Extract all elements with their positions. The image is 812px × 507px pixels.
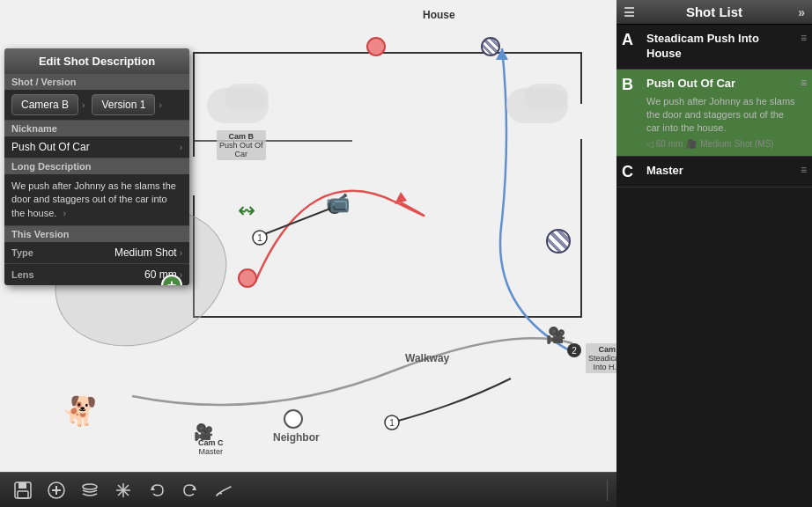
cloud-2b: [524, 84, 568, 110]
shot-b-meta: ◁ 60 mm 🎥 Medium Shot (MS): [646, 139, 797, 149]
shot-b-lens: ◁ 60 mm: [646, 139, 683, 149]
steadicam-label: Cam Steadicam Into H...: [586, 343, 616, 373]
shot-a-title: Steadicam Push Into House: [646, 32, 797, 62]
shot-c-letter: C: [622, 164, 641, 180]
nickname-section-label: Nickname: [4, 121, 189, 136]
type-chevron: ›: [180, 248, 182, 258]
shotlist-panel: ☰ Shot List » A Steadicam Push Into Hous…: [616, 0, 812, 507]
svg-rect-7: [577, 104, 587, 139]
johnny-marker: [238, 268, 257, 288]
svg-point-25: [83, 484, 97, 489]
save-button[interactable]: [7, 474, 39, 506]
svg-rect-21: [18, 491, 28, 498]
list-icon: ☰: [624, 5, 635, 19]
long-desc-chevron: ›: [63, 208, 66, 218]
long-desc-section-label: Long Description: [4, 158, 189, 174]
cloud-1b: [225, 84, 269, 110]
camera-chevron: ›: [82, 100, 85, 110]
app: 2 1 1 2 House Walkway Neighbor 🐕: [0, 0, 812, 507]
toolbar: 1 2 3: [0, 472, 616, 507]
shot-item-a[interactable]: A Steadicam Push Into House ≡: [616, 25, 812, 70]
toolbar-left: [0, 474, 603, 506]
neighbor-label: Neighbor: [273, 431, 320, 444]
nickname-row: Push Out Of Car ›: [4, 136, 189, 158]
svg-text:1: 1: [257, 233, 262, 243]
snowflake-button[interactable]: [107, 474, 139, 506]
cam-c-label: Cam C Master: [198, 438, 224, 456]
shot-c-grab: ≡: [801, 164, 807, 176]
add-button[interactable]: [41, 474, 72, 506]
svg-rect-6: [189, 157, 200, 195]
camera-selector[interactable]: Camera B: [11, 94, 78, 115]
edit-panel: Edit Shot Description Shot / Version Cam…: [4, 48, 189, 285]
toolbar-divider: [607, 480, 608, 501]
shotlist-title: Shot List: [686, 4, 742, 19]
shot-item-c[interactable]: C Master ≡: [616, 157, 812, 187]
cam-b-move-icon: ↭: [238, 198, 255, 223]
nickname-chevron: ›: [180, 143, 182, 152]
shot-b-info: Push Out Of Car We push after Johnny as …: [646, 77, 797, 149]
shot-b-type-icon: 🎥: [686, 139, 697, 149]
storyboard: 2 1 1 2 House Walkway Neighbor 🐕: [0, 0, 616, 507]
undo-button[interactable]: [141, 474, 173, 506]
svg-text:2: 2: [572, 346, 577, 356]
toolbar-right: 1 2 3: [611, 474, 616, 506]
house-label: House: [423, 9, 455, 21]
svg-marker-8: [395, 192, 407, 204]
type-label: Type: [11, 247, 114, 258]
type-value[interactable]: Medium Shot: [114, 246, 177, 259]
shot-a-info: Steadicam Push Into House: [646, 32, 797, 62]
edit-panel-header: Edit Shot Description: [4, 48, 189, 74]
actor-circle-2: [366, 37, 386, 56]
shot-a-grab: ≡: [801, 32, 807, 44]
walkway-label: Walkway: [405, 352, 449, 364]
layers-button[interactable]: [74, 474, 106, 506]
cam-b-label: Cam B Push Out Of Car: [217, 130, 266, 160]
svg-text:1: 1: [389, 418, 395, 428]
shot-c-title: Master: [646, 164, 797, 179]
shotlist-header: ☰ Shot List »: [616, 0, 812, 25]
shot-b-grab: ≡: [801, 77, 807, 89]
shot-item-b[interactable]: B Push Out Of Car We push after Johnny a…: [616, 70, 812, 157]
shot-b-description: We push after Johnny as he slams the doo…: [646, 95, 797, 136]
type-row: Type Medium Shot ›: [4, 242, 189, 264]
pen-button[interactable]: [208, 474, 240, 506]
shot-b-type: Medium Shot (MS): [700, 139, 773, 149]
camera-version-row: Camera B › Version 1 ›: [4, 90, 189, 121]
svg-point-15: [385, 415, 399, 430]
lens-label: Lens: [11, 269, 144, 280]
dog-icon: 🐕: [62, 394, 97, 428]
redo-button[interactable]: [174, 474, 206, 506]
svg-rect-20: [18, 482, 26, 489]
shotlist-chevron[interactable]: »: [798, 5, 805, 19]
actor-circle-3: [546, 229, 571, 254]
svg-point-13: [253, 231, 267, 245]
cam-steadicam-icon: 🎥: [546, 326, 565, 345]
cam-b-icon: 📹: [326, 192, 350, 215]
long-description: We push after Johnny as he slams the doo…: [4, 174, 189, 226]
shot-c-info: Master: [646, 164, 797, 179]
shot-a-letter: A: [622, 32, 641, 48]
version-selector[interactable]: Version 1: [92, 94, 155, 115]
shot-b-title: Push Out Of Car: [646, 77, 797, 92]
svg-point-17: [567, 343, 581, 357]
version-chevron: ›: [159, 100, 161, 110]
nickname-value[interactable]: Push Out Of Car: [11, 141, 180, 153]
shotlist-items: A Steadicam Push Into House ≡ B Push Out…: [616, 25, 812, 507]
this-version-label: This Version: [4, 226, 189, 242]
shot-b-letter: B: [622, 77, 641, 92]
neighbor-circle: [284, 409, 303, 429]
actor-circle-1: [481, 37, 500, 56]
shot-version-label: Shot / Version: [4, 74, 189, 90]
